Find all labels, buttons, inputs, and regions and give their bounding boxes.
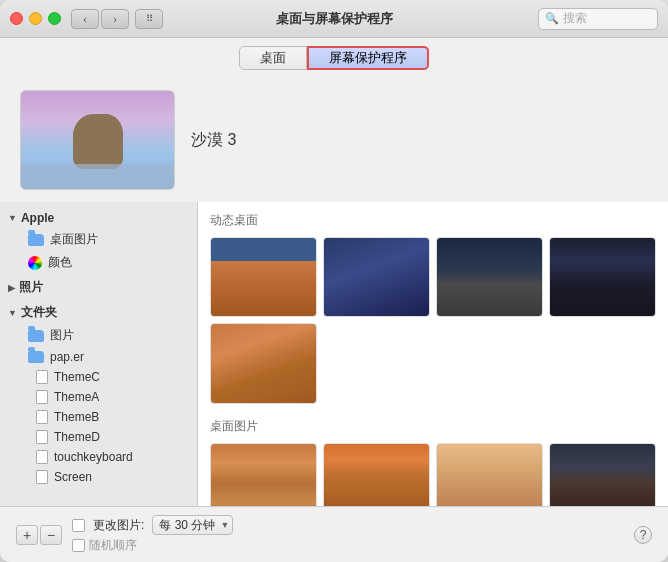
- remove-button[interactable]: −: [40, 525, 62, 545]
- sidebar-item-label-themeC: ThemeC: [54, 370, 100, 384]
- tab-screensaver[interactable]: 屏幕保护程序: [307, 46, 429, 70]
- thumb-dynamic-4[interactable]: [549, 237, 656, 317]
- change-image-row: 更改图片: 每 30 分钟 ▼: [72, 515, 624, 535]
- dynamic-section-label: 动态桌面: [210, 212, 656, 229]
- triangle-icon-folders: ▼: [8, 308, 17, 318]
- add-remove-buttons: + −: [16, 525, 62, 545]
- file-icon-themeB: [36, 410, 48, 424]
- folder-icon: [28, 234, 44, 246]
- sidebar-group-header-folders[interactable]: ▼ 文件夹: [0, 301, 197, 324]
- sidebar-item-label-desktop-pictures: 桌面图片: [50, 231, 98, 248]
- close-button[interactable]: [10, 12, 23, 25]
- sidebar-item-label-paper: pap.er: [50, 350, 84, 364]
- sidebar-group-apple: ▼ Apple 桌面图片 颜色: [0, 208, 197, 274]
- folder-icon-images: [28, 330, 44, 342]
- sidebar-item-label-screen: Screen: [54, 470, 92, 484]
- file-icon-themeD: [36, 430, 48, 444]
- help-button[interactable]: ?: [634, 526, 652, 544]
- add-button[interactable]: +: [16, 525, 38, 545]
- search-icon: 🔍: [545, 12, 559, 25]
- random-order-checkbox[interactable]: [72, 539, 85, 552]
- sidebar: ▼ Apple 桌面图片 颜色 ▶ 照片: [0, 202, 198, 506]
- sidebar-group-label-apple: Apple: [21, 211, 54, 225]
- sidebar-item-touchkeyboard[interactable]: touchkeyboard: [0, 447, 197, 467]
- thumb-dynamic-1[interactable]: [210, 237, 317, 317]
- sidebar-group-header-apple[interactable]: ▼ Apple: [0, 208, 197, 228]
- search-box[interactable]: 🔍 搜索: [538, 8, 658, 30]
- tab-desktop[interactable]: 桌面: [239, 46, 307, 70]
- main-panel: ▼ Apple 桌面图片 颜色 ▶ 照片: [0, 202, 668, 506]
- color-wheel-icon: [28, 256, 42, 270]
- file-icon-themeA: [36, 390, 48, 404]
- sidebar-item-label-themeA: ThemeA: [54, 390, 99, 404]
- sidebar-group-photos: ▶ 照片: [0, 276, 197, 299]
- sidebar-group-folders: ▼ 文件夹 图片 pap.er ThemeC ThemeA: [0, 301, 197, 487]
- preview-image: [20, 90, 175, 190]
- sidebar-item-label-colors: 颜色: [48, 254, 72, 271]
- sidebar-item-label-images: 图片: [50, 327, 74, 344]
- main-window: ‹ › ⠿ 桌面与屏幕保护程序 🔍 搜索 桌面 屏幕保护程序 沙漠 3 ▼ A: [0, 0, 668, 562]
- sidebar-item-label-themeD: ThemeD: [54, 430, 100, 444]
- preview-rock-shape: [73, 114, 123, 169]
- sidebar-group-label-photos: 照片: [19, 279, 43, 296]
- sidebar-item-label-touchkeyboard: touchkeyboard: [54, 450, 133, 464]
- sidebar-item-themeD[interactable]: ThemeD: [0, 427, 197, 447]
- sidebar-group-header-photos[interactable]: ▶ 照片: [0, 276, 197, 299]
- dynamic-thumbs-grid: [210, 237, 656, 404]
- search-placeholder: 搜索: [563, 10, 587, 27]
- file-icon-touchkeyboard: [36, 450, 48, 464]
- static-thumbs-grid: [210, 443, 656, 507]
- file-icon-screen: [36, 470, 48, 484]
- sidebar-item-themeC[interactable]: ThemeC: [0, 367, 197, 387]
- nav-buttons: ‹ ›: [71, 9, 129, 29]
- thumb-dynamic-2[interactable]: [323, 237, 430, 317]
- preview-title: 沙漠 3: [191, 130, 236, 151]
- folder-icon-paper: [28, 351, 44, 363]
- thumb-static-4[interactable]: [549, 443, 656, 507]
- sidebar-item-images[interactable]: 图片: [0, 324, 197, 347]
- sidebar-item-themeA[interactable]: ThemeA: [0, 387, 197, 407]
- sidebar-item-label-themeB: ThemeB: [54, 410, 99, 424]
- static-section-label: 桌面图片: [210, 418, 656, 435]
- thumb-static-1[interactable]: [210, 443, 317, 507]
- window-title: 桌面与屏幕保护程序: [276, 10, 393, 28]
- forward-button[interactable]: ›: [101, 9, 129, 29]
- triangle-icon: ▼: [8, 213, 17, 223]
- interval-select[interactable]: 每 30 分钟: [152, 515, 233, 535]
- minimize-button[interactable]: [29, 12, 42, 25]
- sidebar-group-label-folders: 文件夹: [21, 304, 57, 321]
- thumb-dynamic-3[interactable]: [436, 237, 543, 317]
- preview-water-shape: [21, 164, 174, 189]
- random-order-row: 随机顺序: [72, 537, 624, 554]
- thumb-static-2[interactable]: [323, 443, 430, 507]
- sidebar-item-colors[interactable]: 颜色: [0, 251, 197, 274]
- interval-select-wrapper: 每 30 分钟 ▼: [152, 515, 233, 535]
- change-image-label: 更改图片:: [93, 517, 144, 534]
- maximize-button[interactable]: [48, 12, 61, 25]
- random-order-label: 随机顺序: [89, 537, 137, 554]
- back-button[interactable]: ‹: [71, 9, 99, 29]
- change-image-checkbox[interactable]: [72, 519, 85, 532]
- traffic-lights: [10, 12, 61, 25]
- sidebar-item-paper[interactable]: pap.er: [0, 347, 197, 367]
- bottom-bar: + − 更改图片: 每 30 分钟 ▼ 随机顺序 ?: [0, 506, 668, 562]
- file-icon-themeC: [36, 370, 48, 384]
- thumb-static-3[interactable]: [436, 443, 543, 507]
- titlebar: ‹ › ⠿ 桌面与屏幕保护程序 🔍 搜索: [0, 0, 668, 38]
- preview-section: 沙漠 3: [0, 78, 668, 202]
- tabs-bar: 桌面 屏幕保护程序: [0, 38, 668, 78]
- sidebar-item-screen[interactable]: Screen: [0, 467, 197, 487]
- triangle-icon-photos: ▶: [8, 283, 15, 293]
- grid-view-button[interactable]: ⠿: [135, 9, 163, 29]
- sidebar-item-desktop-pictures[interactable]: 桌面图片: [0, 228, 197, 251]
- sidebar-item-themeB[interactable]: ThemeB: [0, 407, 197, 427]
- thumb-dynamic-5[interactable]: [210, 323, 317, 403]
- right-panel: 动态桌面 桌面图片: [198, 202, 668, 506]
